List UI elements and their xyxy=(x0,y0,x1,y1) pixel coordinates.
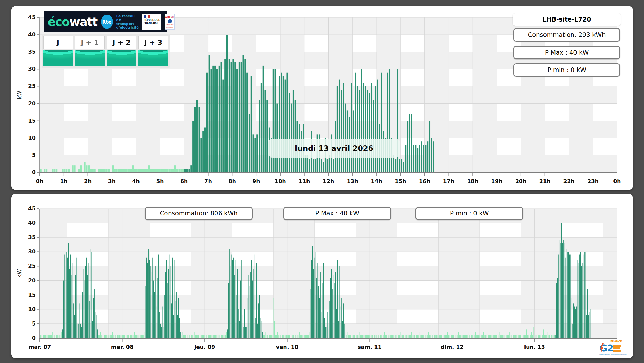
svg-text:3h: 3h xyxy=(108,178,116,184)
weekly-pmax-badge: P Max : 40 kW xyxy=(283,207,391,220)
svg-text:25: 25 xyxy=(28,263,36,269)
svg-text:0: 0 xyxy=(32,169,36,175)
rte-tagline-line: d'électricité xyxy=(116,26,139,30)
ecowatt-wordmark: écowatt xyxy=(48,15,97,29)
svg-text:0h: 0h xyxy=(613,178,621,184)
weekly-chart-panel: 051015202530354045mar. 07mer. 08jeu. 09v… xyxy=(11,194,633,358)
ecowatt-logo: écowatt Rte Le réseau de transport d'éle… xyxy=(44,11,167,32)
svg-text:10h: 10h xyxy=(275,178,286,184)
svg-text:15h: 15h xyxy=(395,178,406,184)
svg-text:sam. 11: sam. 11 xyxy=(358,344,382,350)
ecowatt-watt-text: watt xyxy=(69,15,97,29)
svg-text:10: 10 xyxy=(28,306,36,312)
daily-pmin-badge: P min : 0 kW xyxy=(513,63,620,77)
daily-chart-panel: 0510152025303540450h1h2h3h4h5h6h7h8h9h10… xyxy=(11,6,633,190)
svg-text:7h: 7h xyxy=(204,178,212,184)
ecowatt-signal-tile xyxy=(138,50,168,66)
svg-text:1h: 1h xyxy=(60,178,68,184)
day-button-j1-label: J + 1 xyxy=(75,36,105,49)
g2e-lightning-icon xyxy=(600,343,604,354)
site-title: LHB-site-L720 xyxy=(513,13,621,26)
svg-text:23h: 23h xyxy=(587,178,599,184)
ademe-logo: ADEME AGENCE DE LA TRANSITION ÉCOLOGIQUE xyxy=(165,14,175,30)
day-button-j-label: J xyxy=(43,36,73,49)
svg-text:20h: 20h xyxy=(515,178,527,184)
republique-text: RÉPUBLIQUE xyxy=(144,19,160,21)
svg-text:4h: 4h xyxy=(132,178,140,184)
svg-text:14h: 14h xyxy=(371,178,382,184)
svg-text:16h: 16h xyxy=(419,178,430,184)
svg-text:17h: 17h xyxy=(443,178,454,184)
svg-text:mer. 08: mer. 08 xyxy=(111,344,134,350)
day-selector: J J + 1 J + 2 J + 3 xyxy=(42,34,170,68)
svg-text:kW: kW xyxy=(16,91,23,99)
svg-text:11h: 11h xyxy=(299,178,310,184)
day-button-j2[interactable]: J + 2 xyxy=(107,36,136,66)
svg-text:lun. 13: lun. 13 xyxy=(524,344,545,350)
rte-logo-icon: Rte xyxy=(101,15,113,29)
svg-text:9h: 9h xyxy=(252,178,260,184)
g2e-france-text: FRANCE xyxy=(610,340,622,343)
svg-text:20: 20 xyxy=(28,278,36,284)
svg-text:22h: 22h xyxy=(563,178,574,184)
weekly-pmin-badge: P min : 0 kW xyxy=(415,207,523,220)
daily-consumption-badge: Consommation: 293 kWh xyxy=(513,28,620,42)
svg-text:kW: kW xyxy=(16,269,23,278)
day-button-j2-label: J + 2 xyxy=(107,36,136,49)
ademe-globe-icon xyxy=(168,19,172,23)
svg-text:30: 30 xyxy=(28,66,36,72)
svg-text:30: 30 xyxy=(28,249,36,255)
svg-text:10: 10 xyxy=(28,135,36,141)
ademe-title: ADEME xyxy=(165,16,174,18)
svg-text:6h: 6h xyxy=(180,178,188,184)
svg-text:20: 20 xyxy=(28,101,36,107)
svg-text:2h: 2h xyxy=(84,178,92,184)
ademe-subtitle: AGENCE DE LA TRANSITION ÉCOLOGIQUE xyxy=(165,24,174,28)
french-flag-icon xyxy=(144,15,150,18)
svg-text:19h: 19h xyxy=(491,178,502,184)
ecowatt-signal-tile xyxy=(43,50,73,66)
g2e-tagline: Optimisation des ressources énergétiques xyxy=(599,354,621,355)
daily-pmax-badge: P Max : 40 kW xyxy=(513,46,620,59)
svg-text:35: 35 xyxy=(28,234,36,240)
svg-text:35: 35 xyxy=(28,49,36,55)
ecowatt-signal-tile xyxy=(107,50,136,66)
svg-text:45: 45 xyxy=(28,14,36,21)
svg-text:jeu. 09: jeu. 09 xyxy=(194,344,215,350)
svg-text:25: 25 xyxy=(28,83,36,89)
svg-text:8h: 8h xyxy=(229,178,236,184)
day-button-j3[interactable]: J + 3 xyxy=(138,36,168,66)
day-button-j3-label: J + 3 xyxy=(138,36,168,49)
svg-text:40: 40 xyxy=(28,32,36,38)
rte-tagline-line: de transport xyxy=(116,18,139,26)
page: { "branding": { "ecowatt": { "eco": "éco… xyxy=(0,0,644,363)
day-button-j1[interactable]: J + 1 xyxy=(75,36,105,66)
svg-text:15: 15 xyxy=(28,118,36,124)
date-label: lundi 13 avril 2026 xyxy=(268,139,400,158)
svg-text:5: 5 xyxy=(32,152,36,158)
svg-text:0h: 0h xyxy=(36,178,44,184)
svg-text:0: 0 xyxy=(32,335,36,341)
ecowatt-eco-text: éco xyxy=(48,15,69,29)
svg-text:5h: 5h xyxy=(156,178,164,184)
svg-text:ven. 10: ven. 10 xyxy=(276,344,298,350)
weekly-consumption-badge: Consommation: 806 kWh xyxy=(145,207,253,220)
svg-text:5: 5 xyxy=(32,321,36,327)
svg-text:dim. 12: dim. 12 xyxy=(441,344,464,350)
rte-tagline: Le réseau de transport d'électricité xyxy=(116,14,139,30)
rte-abbr: Rte xyxy=(102,19,112,25)
svg-text:21h: 21h xyxy=(539,178,551,184)
ecowatt-signal-tile xyxy=(75,50,105,66)
republique-francaise-logo: RÉPUBLIQUE FRANÇAISE xyxy=(142,14,161,30)
francaise-text: FRANÇAISE xyxy=(144,22,158,24)
g2e-logo: G2 FRANCE Optimisation des ressources én… xyxy=(594,340,626,357)
svg-text:40: 40 xyxy=(28,220,36,226)
svg-text:12h: 12h xyxy=(323,178,334,184)
rte-tagline-line: Le réseau xyxy=(116,14,139,18)
svg-text:13h: 13h xyxy=(347,178,358,184)
g2e-e-bars-icon xyxy=(613,345,621,352)
svg-text:mar. 07: mar. 07 xyxy=(28,344,51,350)
svg-text:18h: 18h xyxy=(467,178,478,184)
day-button-j[interactable]: J xyxy=(43,36,73,66)
svg-text:45: 45 xyxy=(28,205,36,212)
